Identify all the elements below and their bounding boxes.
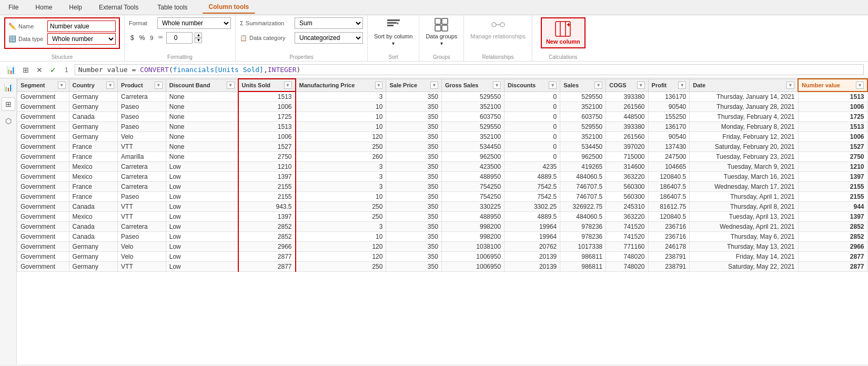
datatype-select[interactable]: Whole number Decimal number Text True/Fa… [47,33,116,45]
svg-rect-2 [387,25,393,26]
col-cogs[interactable]: COGS▼ [606,79,648,92]
spinner-up[interactable]: ▲ [195,33,202,38]
formatting-content: Format Whole number Decimal number Curre… [129,17,231,45]
data-groups-btn[interactable]: Data groups▾ [426,17,457,47]
col-sales[interactable]: Sales▼ [560,79,606,92]
table-row[interactable]: GovernmentFranceAmarillaNone275026035096… [17,152,868,162]
formula-arg: INTEGER [268,66,297,74]
table-row[interactable]: GovernmentGermanyCarreteraNone1513335052… [17,92,868,102]
product-filter[interactable]: ▼ [155,82,163,89]
currency-icon[interactable]: $ [129,33,136,43]
col-discount-band[interactable]: Discount Band▼ [166,79,238,92]
table-row[interactable]: GovernmentFranceCarreteraLow215533507542… [17,182,868,192]
table-row[interactable]: GovernmentMexicoCarreteraLow139733504889… [17,172,868,182]
table-cell: 250 [296,142,386,152]
table-cell: 352100 [560,132,606,142]
sales-filter[interactable]: ▼ [594,82,602,89]
table-cell: Velo [118,132,166,142]
format-select[interactable]: Whole number Decimal number Currency Per… [157,17,231,29]
table-row[interactable]: GovernmentGermanyVTTLow28772503501006950… [17,262,868,272]
col-number-value[interactable]: Number value▼ [798,79,867,92]
menu-column-tools[interactable]: Column tools [203,1,256,14]
table-cell: Velo [118,252,166,262]
chart-icon[interactable]: 📊 [4,65,17,75]
col-product[interactable]: Product▼ [118,79,166,92]
col-profit[interactable]: Profit▼ [648,79,690,92]
sort-by-column-btn[interactable]: Sort by column▾ [374,17,412,47]
table-cell: Low [166,252,238,262]
menu-external-tools[interactable]: External Tools [95,2,143,13]
percent-icon[interactable]: % [138,33,147,43]
table-row[interactable]: GovernmentFranceVTTNone15272503505344500… [17,142,868,152]
cogs-filter[interactable]: ▼ [637,82,645,89]
spinner-down[interactable]: ▼ [195,38,202,43]
new-column-btn[interactable]: New column [541,17,586,48]
cancel-icon[interactable]: ✕ [34,65,45,75]
segment-filter[interactable]: ▼ [58,82,66,89]
gross-filter[interactable]: ▼ [493,82,501,89]
col-discounts[interactable]: Discounts▼ [504,79,560,92]
discount-filter[interactable]: ▼ [227,82,235,89]
sale-filter[interactable]: ▼ [430,82,438,89]
col-date[interactable]: Date▼ [690,79,798,92]
manage-relationships-btn[interactable]: Manage relationships [470,17,526,40]
table-row[interactable]: GovernmentCanadaPaseoNone172510350603750… [17,112,868,122]
sidebar-model-icon[interactable]: ⬡ [2,114,15,128]
menu-file[interactable]: File [4,2,23,13]
formula-input[interactable]: Number value = CONVERT(financials[Units … [75,64,864,75]
svg-marker-3 [397,23,399,25]
datacategory-select[interactable]: Uncategorized Address City Country [295,32,363,44]
decimal-input[interactable] [166,32,193,44]
table-row[interactable]: GovernmentGermanyPaseoNone10061035035210… [17,102,868,112]
table-row[interactable]: GovernmentMexicoCarreteraLow121033504235… [17,162,868,172]
decimal-increase-icon[interactable]: ⁰⁰ [157,34,164,42]
col-segment[interactable]: Segment▼ [17,79,69,92]
datacategory-label: 📋 Data category [240,35,292,42]
col-manufacturing-price[interactable]: Manufacturing Price▼ [296,79,386,92]
discounts-filter[interactable]: ▼ [549,82,557,89]
table-row[interactable]: GovernmentMexicoVTTLow139725035048895048… [17,212,868,222]
table-cell: 350 [386,252,441,262]
table-icon[interactable]: ⊞ [21,65,31,75]
table-cell: 2852 [238,222,296,232]
table-cell: 1527 [798,142,867,152]
menu-table-tools[interactable]: Table tools [151,2,194,13]
table-cell: 3 [296,92,386,102]
units-sold-filter[interactable]: ▼ [284,82,292,89]
number-value-filter[interactable]: ▼ [856,82,864,89]
table-cell: 978236 [560,232,606,242]
comma-icon[interactable]: 9 [148,34,155,42]
table-row[interactable]: GovernmentGermanyPaseoNone15131035052955… [17,122,868,132]
table-row[interactable]: GovernmentGermanyVeloNone100612035035210… [17,132,868,142]
table-cell: 393380 [606,122,648,132]
name-input[interactable] [47,21,116,32]
table-row[interactable]: GovernmentGermanyVeloLow2877120350100695… [17,252,868,262]
table-row[interactable]: GovernmentCanadaCarreteraLow285233509982… [17,222,868,232]
col-gross-sales[interactable]: Gross Sales▼ [441,79,504,92]
confirm-icon[interactable]: ✓ [48,65,58,75]
table-row[interactable]: GovernmentGermanyVeloLow2966120350103810… [17,242,868,252]
country-filter[interactable]: ▼ [106,82,114,89]
date-filter[interactable]: ▼ [786,82,794,89]
menu-help[interactable]: Help [65,2,86,13]
profit-filter[interactable]: ▼ [678,82,686,89]
table-row[interactable]: GovernmentCanadaVTTLow943.52503503302253… [17,202,868,212]
table-cell: 20139 [504,252,560,262]
table-cell: Canada [69,112,117,122]
table-cell: 350 [386,192,441,202]
table-cell: 2877 [238,252,296,262]
table-cell: 250 [296,202,386,212]
col-country[interactable]: Country▼ [69,79,117,92]
properties-label: Properties [240,53,363,60]
table-row[interactable]: GovernmentFrancePaseoLow2155103507542507… [17,192,868,202]
sidebar-table-icon[interactable]: ⊞ [2,97,15,111]
col-units-sold[interactable]: Units Sold▼ [238,79,296,92]
properties-content: Σ Summarization Sum Average Count None 📋… [240,17,363,45]
menu-home[interactable]: Home [31,2,56,13]
summarization-select[interactable]: Sum Average Count None [295,17,363,29]
table-row[interactable]: GovernmentCanadaPaseoLow2852103509982001… [17,232,868,242]
sidebar-chart-icon[interactable]: 📊 [2,80,15,94]
mfg-filter[interactable]: ▼ [375,82,383,89]
table-cell: 363220 [606,172,648,182]
col-sale-price[interactable]: Sale Price▼ [386,79,441,92]
